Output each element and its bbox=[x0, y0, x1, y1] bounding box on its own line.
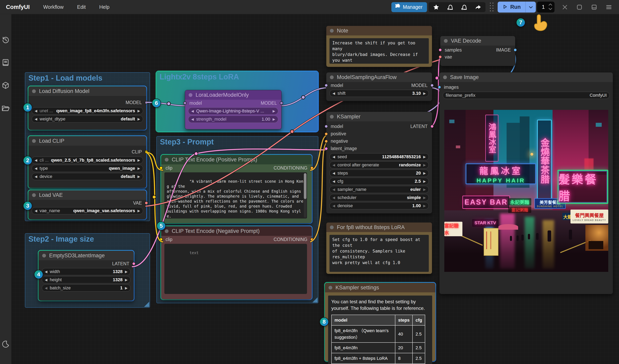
node-save-image[interactable]: Save Image images filename_prefix ComfyU… bbox=[439, 72, 613, 294]
graph-canvas[interactable]: Step1 - Load models Step2 - Image size L… bbox=[11, 14, 619, 364]
next-arrow-icon[interactable]: ▶ bbox=[423, 180, 426, 183]
output-clip-port[interactable] bbox=[145, 150, 148, 154]
next-arrow-icon[interactable]: ▶ bbox=[138, 209, 140, 212]
open-folder-icon[interactable] bbox=[1, 104, 10, 114]
menu-workflow[interactable]: Workflow bbox=[43, 4, 63, 10]
output-conditioning-port[interactable] bbox=[310, 166, 314, 170]
vacuum-icon-b[interactable] bbox=[458, 3, 470, 12]
next-arrow-icon[interactable]: ▶ bbox=[273, 118, 275, 121]
widget-sampler-name[interactable]: ◀ sampler_name euler ▶ bbox=[329, 186, 429, 193]
input-clip-port[interactable] bbox=[159, 238, 163, 241]
output-model-port[interactable] bbox=[430, 84, 434, 87]
widget-vae-name[interactable]: ◀ vae_name qwen_image_vae.safetensors ▶ bbox=[32, 207, 143, 214]
star-icon[interactable] bbox=[431, 3, 442, 12]
widget-seed[interactable]: ◀ seed 1125488487853216 ▶ bbox=[329, 153, 429, 160]
next-arrow-icon[interactable]: ▶ bbox=[423, 155, 426, 159]
widget-height[interactable]: ◀ height 1328 ▶ bbox=[42, 276, 130, 283]
prev-arrow-icon[interactable]: ◀ bbox=[35, 175, 37, 178]
prev-arrow-icon[interactable]: ◀ bbox=[35, 109, 37, 113]
widget-scheduler[interactable]: ◀ scheduler simple ▶ bbox=[329, 194, 429, 201]
run-button[interactable]: Run bbox=[498, 1, 525, 13]
count-up-icon[interactable] bbox=[548, 3, 552, 7]
menu-help[interactable]: Help bbox=[99, 4, 110, 10]
widget-control-after-generate[interactable]: ◀ control after generate randomize ▶ bbox=[329, 161, 429, 168]
node-ksampler[interactable]: KSampler model LATENT positive negative … bbox=[326, 112, 432, 213]
collapse-dot-icon[interactable] bbox=[330, 115, 334, 119]
collapse-dot-icon[interactable] bbox=[165, 229, 169, 233]
toolbar-drag-handle[interactable] bbox=[490, 3, 494, 12]
next-arrow-icon[interactable]: ▶ bbox=[423, 196, 426, 199]
menu-edit[interactable]: Edit bbox=[77, 4, 86, 10]
next-arrow-icon[interactable]: ▶ bbox=[138, 167, 140, 170]
output-model-port[interactable] bbox=[145, 101, 148, 104]
prev-arrow-icon[interactable]: ◀ bbox=[333, 180, 335, 183]
comfyui-logo[interactable]: ComfyUI bbox=[6, 4, 30, 10]
next-arrow-icon[interactable]: ▶ bbox=[138, 175, 140, 178]
ksettings-body[interactable]: You can test and find the best setting b… bbox=[328, 295, 432, 364]
prev-arrow-icon[interactable]: ◀ bbox=[333, 196, 335, 199]
collapse-dot-icon[interactable] bbox=[330, 29, 334, 33]
node-empty-sd3-latent[interactable]: EmptySD3LatentImage LATENT ◀ width 1328 … bbox=[39, 251, 134, 301]
maximize-icon[interactable] bbox=[576, 4, 583, 11]
prev-arrow-icon[interactable]: ◀ bbox=[35, 209, 37, 212]
collapse-dot-icon[interactable] bbox=[32, 89, 36, 93]
input-samples-port[interactable] bbox=[438, 48, 442, 52]
output-vae-port[interactable] bbox=[145, 201, 148, 205]
input-latent-image-port[interactable] bbox=[324, 147, 328, 150]
widget-shift[interactable]: ◀ shift 3.10 ▶ bbox=[329, 90, 429, 97]
node-load-clip[interactable]: Load CLIP CLIP ◀ cli ... qwen_2.5_vl_7b_… bbox=[28, 136, 146, 188]
hamburger-menu-icon[interactable] bbox=[605, 4, 612, 11]
prev-arrow-icon[interactable]: ◀ bbox=[45, 270, 47, 273]
fp8-note-text[interactable]: Set cfg to 1.0 for a speed boost at the … bbox=[329, 235, 429, 272]
input-images-port[interactable] bbox=[438, 85, 441, 89]
batch-count-input[interactable]: 1 bbox=[537, 1, 555, 13]
model-library-cube-icon[interactable] bbox=[1, 81, 10, 90]
run-options-chevron[interactable] bbox=[525, 1, 536, 13]
widget-steps[interactable]: ◀ steps 20 ▶ bbox=[329, 169, 429, 177]
input-model-port[interactable] bbox=[324, 84, 328, 87]
workflows-book-icon[interactable] bbox=[1, 58, 10, 68]
collapse-dot-icon[interactable] bbox=[189, 93, 192, 97]
widget-filename-prefix[interactable]: filename_prefix ComfyUI bbox=[443, 92, 610, 99]
theme-moon-icon[interactable] bbox=[1, 340, 10, 349]
next-arrow-icon[interactable]: ▶ bbox=[423, 163, 426, 167]
prev-arrow-icon[interactable]: ◀ bbox=[333, 204, 335, 208]
negative-prompt-textarea[interactable]: text bbox=[164, 244, 307, 294]
next-arrow-icon[interactable]: ▶ bbox=[138, 159, 140, 162]
prev-arrow-icon[interactable]: ◀ bbox=[333, 92, 335, 95]
share-icon[interactable] bbox=[472, 3, 483, 12]
widget-weight-dtype[interactable]: ◀ weight_dtype default ▶ bbox=[32, 115, 143, 123]
node-model-sampling-auraflow[interactable]: ModelSamplingAuraFlow model MODEL ◀ shif… bbox=[326, 72, 432, 101]
widget-cfg[interactable]: ◀ cfg 2.5 ▶ bbox=[329, 178, 429, 185]
widget-strength-model[interactable]: ◀ strength_model 1.00 ▶ bbox=[188, 116, 278, 123]
collapse-dot-icon[interactable] bbox=[328, 286, 332, 290]
widget-clip-name[interactable]: ◀ cli ... qwen_2.5_vl_7b_fp8_scaled.safe… bbox=[32, 157, 143, 164]
prev-arrow-icon[interactable]: ◀ bbox=[333, 155, 335, 159]
next-arrow-icon[interactable]: ▶ bbox=[125, 270, 127, 273]
collapse-dot-icon[interactable] bbox=[330, 75, 334, 79]
generated-image-preview[interactable]: 鴻鳳冰室 龍鳳冰室 HAPPY HAIR EASY BAR STAR KTV 富… bbox=[444, 110, 608, 272]
next-arrow-icon[interactable]: ▶ bbox=[125, 278, 127, 282]
widget-unet-name[interactable]: ◀ unet ... qwen_image_fp8_e4m3fn.safeten… bbox=[32, 107, 143, 114]
prev-arrow-icon[interactable]: ◀ bbox=[45, 286, 47, 290]
node-clip-text-encode-negative[interactable]: CLIP Text Encode (Negative Prompt) clip … bbox=[161, 226, 312, 299]
collapse-dot-icon[interactable] bbox=[443, 75, 447, 79]
positive-prompt-textarea[interactable]: "A vibrant, warm neon-lit street scene i… bbox=[164, 172, 307, 219]
output-latent-port[interactable] bbox=[430, 125, 434, 128]
node-load-vae[interactable]: Load VAE VAE ◀ vae_name qwen_image_vae.s… bbox=[28, 190, 146, 219]
vacuum-icon-a[interactable] bbox=[445, 3, 456, 12]
note-text[interactable]: Increase the shift if you get too many b… bbox=[329, 38, 429, 64]
manager-button[interactable]: Manager bbox=[391, 2, 427, 12]
prev-arrow-icon[interactable]: ◀ bbox=[191, 118, 194, 121]
next-arrow-icon[interactable]: ▶ bbox=[138, 109, 140, 113]
history-icon[interactable] bbox=[1, 36, 10, 45]
prev-arrow-icon[interactable]: ◀ bbox=[333, 188, 335, 191]
collapse-dot-icon[interactable] bbox=[42, 254, 46, 258]
widget-denoise[interactable]: ◀ denoise 1.00 ▶ bbox=[329, 202, 429, 209]
prev-arrow-icon[interactable]: ◀ bbox=[45, 278, 47, 282]
prev-arrow-icon[interactable]: ◀ bbox=[333, 171, 335, 175]
close-icon[interactable] bbox=[562, 4, 568, 10]
node-load-diffusion-model[interactable]: Load Diffusion Model MODEL ◀ unet ... qw… bbox=[28, 86, 146, 130]
widget-width[interactable]: ◀ width 1328 ▶ bbox=[42, 268, 130, 275]
output-image-port[interactable] bbox=[514, 48, 517, 52]
